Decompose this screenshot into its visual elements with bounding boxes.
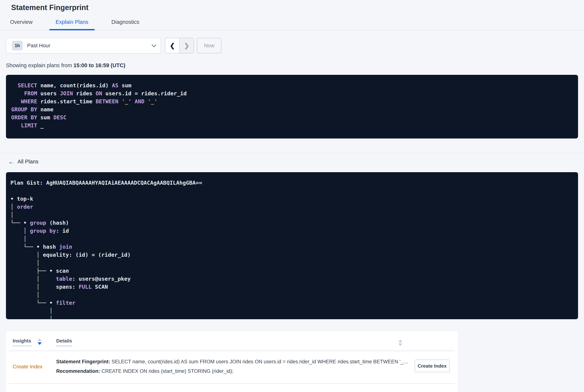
time-range-label: Past Hour [27,42,50,48]
code-line: │ equality: (id) = (rider_id) [10,251,571,259]
insights-column-label[interactable]: Insights [13,338,31,346]
insights-column-header: Insights [13,338,56,346]
code-line: │ [10,291,571,299]
code-line: GROUP BY name [11,106,571,114]
code-line: ORDER BY sum DESC [11,114,571,122]
all-plans-link[interactable]: ← All Plans [8,158,38,165]
tab-bar: Overview Explain Plans Diagnostics [0,14,584,30]
code-line: │ table: users@users_pkey [10,275,571,283]
code-line: └── • filter [10,299,571,307]
all-plans-label: All Plans [17,158,38,165]
row-divider [9,384,455,384]
toolbar: 1h Past Hour ❮ ❯ Now [6,38,584,54]
chevron-down-icon [152,42,156,47]
code-line: │ order [10,203,571,211]
page-title: Statement Fingerprint [11,3,584,12]
code-line: │ [10,307,571,315]
code-line: LIMIT _ [11,122,571,130]
statement-fingerprint-label: Statement Fingerprint: [56,359,110,364]
chevron-right-icon: ❯ [184,42,189,49]
sort-asc-icon [398,340,402,342]
code-line: • top-k [10,195,571,203]
recommendation-line: Recommendation:CREATE INDEX ON rides (st… [56,368,410,374]
code-line: │ spans: FULL SCAN [10,283,571,291]
statement-fingerprint-text: SELECT name, count(rides.id) AS sum FROM… [112,359,408,364]
code-line: SELECT name, count(rides.id) AS sum [11,82,571,90]
insights-card: Insights Details Create Index Statement … [6,331,458,392]
statement-fingerprint-line: Statement Fingerprint:SELECT name, count… [56,358,410,365]
code-line: FROM users JOIN rides ON users.id = ride… [11,90,571,98]
code-line: │ [10,259,571,267]
code-line: │ [10,211,571,219]
code-line: │ group by: id [10,227,571,235]
details-column-header: Details [56,338,72,346]
details-column-label[interactable]: Details [56,338,72,346]
time-range-picker[interactable]: 1h Past Hour [6,38,161,54]
now-button[interactable]: Now [197,38,221,54]
showing-text: Showing explain plans from 15:00 to 16:5… [6,62,584,68]
recommendation-text: CREATE INDEX ON rides (start_time) STORI… [102,368,234,374]
sort-desc-icon [398,344,402,346]
code-line: ├── • scan [10,267,571,275]
code-line: │ [10,235,571,243]
insight-link[interactable]: Create Index [13,358,56,370]
details-cell: Statement Fingerprint:SELECT name, count… [56,358,410,378]
code-line: └── • group (hash) [10,219,571,227]
code-line: WHERE rides.start_time BETWEEN '_' AND '… [11,98,571,106]
code-line: │ [10,315,571,319]
sort-icon-insights[interactable] [37,338,42,345]
section-divider [0,153,584,154]
prev-time-button[interactable]: ❮ [165,38,179,53]
showing-prefix: Showing explain plans from [6,62,73,68]
create-index-button[interactable]: Create Index [415,360,450,372]
sort-icon-details[interactable] [398,340,402,346]
time-nav-group: ❮ ❯ [165,38,194,54]
tab-explain-plans[interactable]: Explain Plans [49,14,95,30]
showing-range: 15:00 to 16:59 (UTC) [73,62,125,68]
sort-asc-icon [37,338,42,341]
tab-diagnostics[interactable]: Diagnostics [105,14,146,30]
back-arrow-icon: ← [8,159,14,165]
table-row: Create Index Statement Fingerprint:SELEC… [6,351,458,378]
insights-table-header: Insights Details [6,338,458,346]
time-range-badge: 1h [12,41,23,50]
sql-statement-block: SELECT name, count(rides.id) AS sum FROM… [6,75,578,138]
recommendation-label: Recommendation: [56,368,100,374]
tab-overview[interactable]: Overview [4,14,39,30]
code-line: └── • hash join [10,243,571,251]
code-line: Plan Gist: AgHUAQIABQAAAAHYAQIAiAEAAAADC… [10,179,571,187]
sort-desc-icon [37,342,42,345]
code-line [10,187,571,195]
next-time-button[interactable]: ❯ [179,38,194,53]
plan-gist-block: Plan Gist: AgHUAQIABQAAAAHYAQIAiAEAAAADC… [6,172,578,319]
chevron-left-icon: ❮ [170,42,175,49]
